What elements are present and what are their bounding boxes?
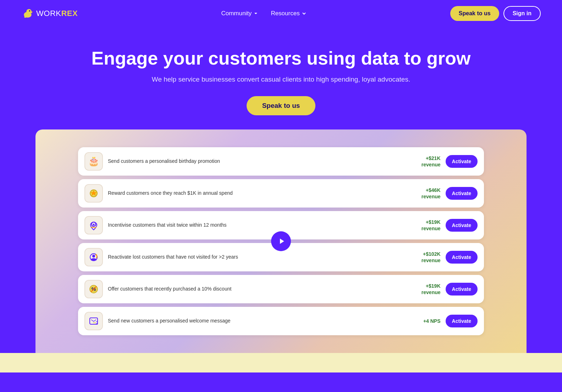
card-row: % Offer customers that recently purchase…	[78, 275, 484, 303]
card-row: 🎂 Send customers a personalised birthday…	[78, 147, 484, 176]
card-revenue-3: +$19K revenue	[416, 219, 441, 232]
card-text-6: Send new customers a personalised welcom…	[108, 318, 411, 325]
card-text-1: Send customers a personalised birthday p…	[108, 158, 411, 165]
card-revenue-2: +$46K revenue	[416, 187, 441, 200]
nav-community-label: Community	[221, 10, 252, 17]
hero-cta-button[interactable]: Speak to us	[247, 96, 316, 115]
logo-text: WORKREX	[36, 9, 78, 18]
hero-section: Engage your customers using data to grow…	[0, 27, 562, 129]
hero-headline: Engage your customers using data to grow	[7, 48, 555, 69]
card-text-2: Reward customers once they reach $1K in …	[108, 190, 411, 197]
card-text-3: Incentivise customers that visit twice w…	[108, 222, 411, 229]
card-revenue-6: +4 NPS	[416, 318, 441, 324]
card-text-5: Offer customers that recently purchased …	[108, 286, 411, 293]
card-revenue-1: +$21K revenue	[416, 155, 441, 168]
svg-point-12	[92, 255, 95, 258]
activate-button-5[interactable]: Activate	[446, 283, 478, 296]
bottom-strip	[0, 353, 562, 372]
svg-marker-4	[32, 11, 34, 12]
card-icon-welcome	[84, 312, 103, 330]
nav-community[interactable]: Community	[217, 7, 263, 20]
logo[interactable]: WORKREX	[21, 7, 78, 20]
hero-subtext: We help service businesses convert casua…	[7, 76, 555, 83]
chevron-down-icon	[253, 11, 259, 16]
cards-section: 🎂 Send customers a personalised birthday…	[35, 129, 527, 353]
logo-icon	[21, 7, 34, 20]
activate-button-6[interactable]: Activate	[446, 315, 478, 327]
card-icon-reward	[84, 184, 103, 203]
activate-button-4[interactable]: Activate	[446, 251, 478, 264]
svg-point-10	[93, 223, 95, 225]
nav-right: Speak to us Sign in	[450, 6, 541, 21]
nav-resources-label: Resources	[271, 10, 299, 17]
activate-button-3[interactable]: Activate	[446, 219, 478, 232]
play-button[interactable]	[271, 231, 291, 251]
card-icon-discount: %	[84, 280, 103, 298]
speak-to-us-button[interactable]: Speak to us	[450, 6, 499, 21]
play-icon	[278, 238, 285, 245]
card-text-4: Reactivate lost customers that have not …	[108, 254, 411, 261]
activate-button-1[interactable]: Activate	[446, 155, 478, 168]
card-row: Reward customers once they reach $1K in …	[78, 179, 484, 208]
card-row: Send new customers a personalised welcom…	[78, 307, 484, 335]
sign-in-button[interactable]: Sign in	[503, 6, 541, 21]
card-revenue-4: +$102K revenue	[416, 251, 441, 264]
svg-point-3	[29, 10, 31, 12]
chevron-down-icon-2	[301, 11, 307, 16]
svg-point-2	[29, 11, 32, 13]
card-icon-birthday: 🎂	[84, 152, 103, 171]
svg-marker-6	[280, 238, 284, 244]
nav-center: Community Resources	[217, 7, 311, 20]
card-revenue-5: +$19K revenue	[416, 283, 441, 296]
navbar: WORKREX Community Resources Speak to us …	[0, 0, 562, 27]
card-icon-reactivate	[84, 248, 103, 266]
card-icon-location	[84, 216, 103, 234]
activate-button-2[interactable]: Activate	[446, 187, 478, 200]
nav-resources[interactable]: Resources	[266, 7, 311, 20]
